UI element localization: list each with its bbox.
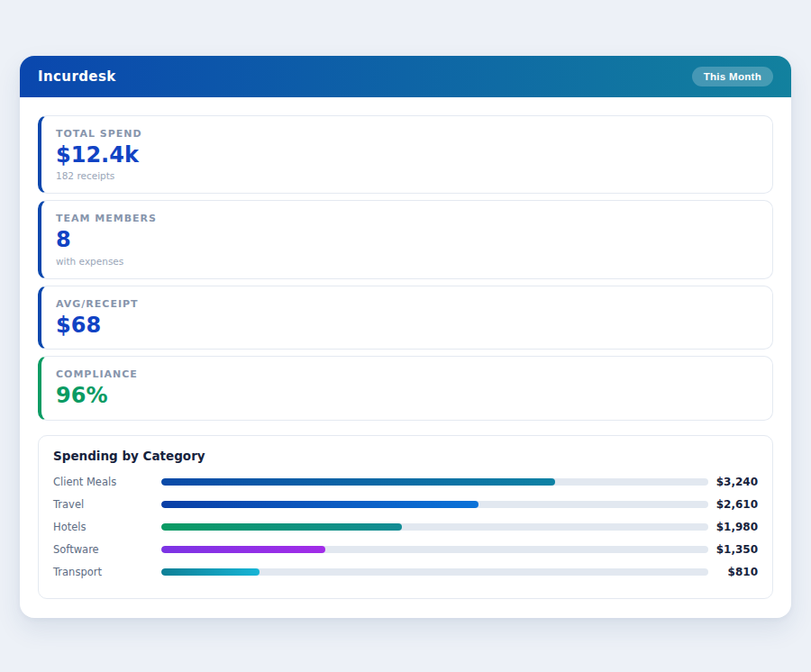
category-label: Hotels [53, 521, 161, 533]
category-label: Travel [53, 498, 161, 511]
stat-value: 8 [56, 228, 758, 251]
category-value: $810 [708, 566, 758, 578]
stat-card: AVG/RECEIPT $68 [38, 286, 773, 350]
period-badge[interactable]: This Month [692, 67, 773, 86]
dashboard-content: TOTAL SPEND $12.4k 182 receipts TEAM MEM… [20, 97, 791, 617]
chart-row: Travel $2,610 [53, 494, 758, 516]
stat-card: TEAM MEMBERS 8 with expenses [38, 200, 773, 278]
stat-sub: 182 receipts [56, 170, 758, 181]
chart-row: Hotels $1,980 [53, 516, 758, 539]
stat-label: COMPLIANCE [56, 368, 758, 380]
stat-card: TOTAL SPEND $12.4k 182 receipts [38, 115, 773, 194]
chart-row: Client Meals $3,240 [53, 471, 758, 494]
chart-row: Transport $810 [53, 561, 758, 584]
dashboard-panel: Incurdesk This Month TOTAL SPEND $12.4k … [20, 56, 791, 618]
chart-row: Software $1,350 [53, 539, 758, 561]
spending-chart-card: Spending by Category Client Meals $3,240… [38, 435, 773, 599]
stat-card: COMPLIANCE 96% [38, 356, 773, 420]
category-label: Software [53, 543, 161, 556]
app-title: Incurdesk [38, 68, 116, 85]
app-header: Incurdesk This Month [20, 56, 791, 97]
bar-track [161, 501, 708, 508]
category-value: $2,610 [708, 498, 758, 511]
stat-label: AVG/RECEIPT [56, 298, 758, 310]
category-value: $1,980 [708, 521, 758, 533]
category-label: Client Meals [53, 476, 161, 488]
stat-value: $12.4k [56, 143, 758, 167]
category-value: $3,240 [708, 476, 758, 488]
bar-fill [161, 568, 260, 576]
stat-label: TOTAL SPEND [56, 128, 758, 140]
chart-title: Spending by Category [53, 449, 758, 463]
stat-sub: with expenses [56, 256, 758, 267]
bar-track [161, 546, 708, 553]
bar-track [161, 478, 708, 486]
bar-fill [161, 501, 478, 508]
category-value: $1,350 [708, 543, 758, 556]
stat-value: $68 [56, 313, 758, 337]
bar-track [161, 523, 708, 531]
stat-label: TEAM MEMBERS [56, 213, 758, 224]
bar-fill [161, 523, 402, 531]
bar-fill [161, 546, 325, 553]
bar-fill [161, 478, 555, 486]
bar-track [161, 568, 708, 576]
category-label: Transport [53, 566, 161, 578]
stat-value: 96% [56, 384, 758, 407]
